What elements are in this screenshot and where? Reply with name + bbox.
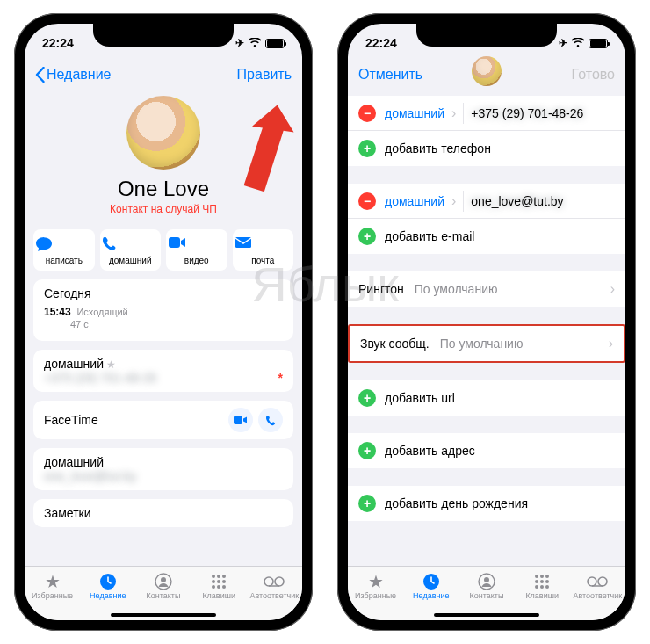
- facetime-label: FaceTime: [44, 413, 98, 427]
- chevron-right-icon: ›: [609, 336, 613, 351]
- tab-contacts[interactable]: Контакты: [137, 572, 190, 600]
- notes-card[interactable]: Заметки: [33, 499, 293, 527]
- notch: [93, 24, 234, 47]
- chevron-right-icon: ›: [451, 105, 456, 121]
- svg-point-10: [217, 580, 220, 583]
- message-icon: [35, 236, 93, 254]
- wifi-icon: [571, 38, 585, 48]
- video-button[interactable]: видео: [166, 229, 228, 271]
- svg-point-24: [535, 580, 538, 583]
- voicemail-icon: [571, 572, 624, 591]
- call-button[interactable]: домашний: [100, 229, 162, 271]
- message-button[interactable]: написать: [33, 229, 95, 271]
- voicemail-icon: [248, 572, 300, 591]
- svg-point-6: [212, 575, 215, 578]
- svg-point-9: [212, 580, 215, 583]
- tab-keypad[interactable]: Клавиши: [192, 572, 245, 600]
- email-label: домашний: [44, 455, 283, 469]
- keypad-icon: [192, 572, 245, 591]
- contact-name: One Love: [25, 177, 302, 201]
- phone-left: 22:24 ✈︎ Недавние Править One Lo: [14, 13, 313, 631]
- avatar-small[interactable]: [472, 56, 502, 93]
- phone-value[interactable]: +375 (29) 701-48-26: [471, 106, 615, 120]
- ringtone-row[interactable]: Рингтон По умолчанию ›: [348, 271, 625, 307]
- tab-favorites[interactable]: ★ Избранные: [350, 572, 402, 600]
- add-email-row[interactable]: + добавить e-mail: [348, 219, 625, 254]
- chevron-right-icon: ›: [610, 281, 615, 297]
- keypad-icon: [516, 572, 568, 591]
- svg-point-25: [540, 580, 544, 583]
- edit-button[interactable]: Править: [237, 67, 292, 83]
- clock-icon: [405, 572, 458, 591]
- tab-recents[interactable]: Недавние: [405, 572, 458, 600]
- add-address-row[interactable]: + добавить адрес: [348, 433, 625, 468]
- ringtone-group: Рингтон По умолчанию ›: [348, 271, 625, 307]
- back-button[interactable]: Недавние: [35, 67, 112, 83]
- status-time: 22:24: [42, 36, 74, 50]
- avatar[interactable]: [126, 96, 200, 170]
- email-row[interactable]: − домашний › one_love@tut.by: [348, 184, 625, 219]
- svg-point-26: [545, 580, 549, 583]
- remove-icon[interactable]: −: [358, 192, 376, 210]
- star-icon: ★: [350, 572, 402, 591]
- tab-keypad[interactable]: Клавиши: [516, 572, 568, 600]
- tab-recents[interactable]: Недавние: [82, 572, 134, 600]
- home-indicator[interactable]: [111, 613, 216, 617]
- add-phone-row[interactable]: + добавить телефон: [348, 131, 625, 166]
- email-value[interactable]: one_love@tut.by: [471, 194, 615, 208]
- tab-voicemail[interactable]: Автоответчик: [248, 572, 300, 600]
- recent-calls-card: Сегодня 15:43 Исходящий 47 с: [33, 279, 293, 341]
- text-tone-row[interactable]: Звук сообщ. По умолчанию ›: [350, 326, 624, 361]
- tab-contacts[interactable]: Контакты: [460, 572, 513, 600]
- add-icon: +: [358, 228, 376, 245]
- svg-point-20: [484, 577, 489, 582]
- svg-point-11: [222, 580, 226, 583]
- svg-point-23: [545, 575, 549, 578]
- add-icon: +: [358, 495, 376, 512]
- cancel-button[interactable]: Отменить: [358, 67, 422, 83]
- phone-card[interactable]: домашний +375 (29) 701-48-26 *: [33, 350, 293, 392]
- nav-bar: Недавние Править: [25, 57, 302, 92]
- add-url-row[interactable]: + добавить url: [348, 380, 625, 416]
- home-indicator[interactable]: [434, 613, 539, 617]
- svg-point-5: [161, 577, 166, 582]
- svg-point-31: [598, 577, 607, 586]
- clock-icon: [82, 572, 134, 591]
- contact-header: One Love Контакт на случай ЧП: [25, 92, 302, 224]
- facetime-card: FaceTime: [33, 401, 293, 439]
- phone-row[interactable]: − домашний › +375 (29) 701-48-26: [348, 96, 625, 131]
- notch: [416, 24, 557, 47]
- call-log-row: 15:43 Исходящий 47 с: [44, 302, 283, 334]
- mail-icon: [235, 236, 292, 254]
- phone-right: 22:24 ✈︎ Отменить Готово −: [337, 13, 636, 631]
- email-value: one_love@tut.by: [44, 469, 136, 483]
- svg-point-16: [275, 577, 284, 586]
- text-tone-group: Звук сообщ. По умолчанию ›: [348, 324, 625, 363]
- person-icon: [460, 572, 513, 591]
- phone-group: − домашний › +375 (29) 701-48-26 + добав…: [348, 96, 625, 166]
- battery-icon: [265, 39, 285, 48]
- birthday-group: + добавить день рождения: [348, 486, 625, 521]
- action-row: написать домашний видео: [25, 224, 302, 279]
- status-time: 22:24: [365, 36, 397, 50]
- mail-button[interactable]: почта: [233, 229, 294, 271]
- svg-point-8: [222, 575, 226, 578]
- person-icon: [137, 572, 190, 591]
- today-label: Сегодня: [44, 286, 283, 300]
- star-icon: ★: [26, 572, 79, 591]
- tab-voicemail[interactable]: Автоответчик: [571, 572, 624, 600]
- svg-point-13: [217, 585, 220, 589]
- svg-point-29: [545, 585, 549, 589]
- email-card[interactable]: домашний one_love@tut.by: [33, 448, 293, 490]
- tab-favorites[interactable]: ★ Избранные: [26, 572, 79, 600]
- svg-point-27: [535, 585, 538, 589]
- done-button[interactable]: Готово: [572, 67, 615, 83]
- facetime-video-button[interactable]: [228, 408, 253, 432]
- url-group: + добавить url: [348, 380, 625, 416]
- add-icon: +: [358, 389, 376, 407]
- remove-icon[interactable]: −: [358, 105, 376, 122]
- facetime-audio-button[interactable]: [258, 408, 283, 432]
- add-birthday-row[interactable]: + добавить день рождения: [348, 486, 625, 521]
- add-icon: +: [358, 442, 376, 459]
- battery-icon: [589, 39, 608, 48]
